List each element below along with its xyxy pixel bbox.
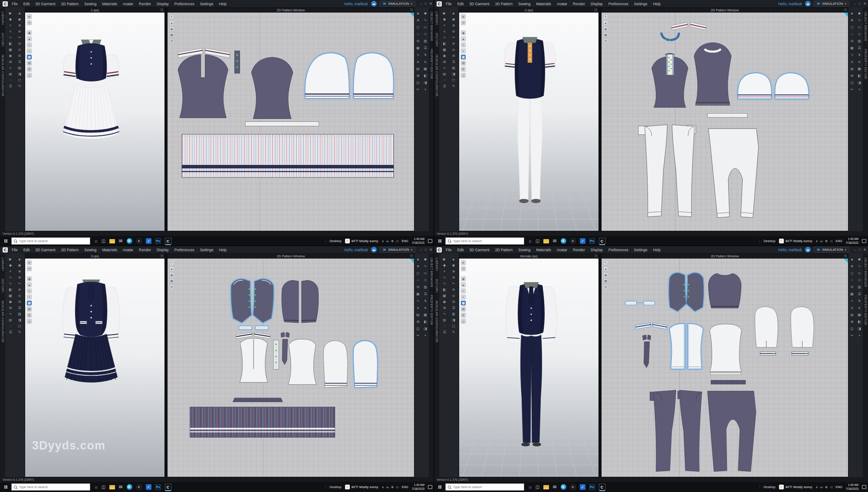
fit-map-icon[interactable]: ▤ <box>442 72 447 76</box>
weather-widget[interactable]: ☀ 84°F Mostly sunny <box>345 239 378 243</box>
zoom-view-icon[interactable]: ⊕ <box>461 14 466 19</box>
desktop-toolbar-label[interactable]: Desktop <box>326 239 342 243</box>
panel-tab-history[interactable]: HISTORY <box>1 33 4 47</box>
menu-item-sewing[interactable]: Sewing <box>518 248 530 252</box>
3d-viewport[interactable]: ⊕⟲◉▲∿⌖▦▤⊞◎ <box>459 259 599 477</box>
fold-arrangement-icon[interactable]: ◧ <box>442 287 447 292</box>
chevron-down-icon[interactable]: ▾ <box>845 248 846 252</box>
select-mesh-icon[interactable]: ◆ <box>442 17 447 22</box>
zoom-view-icon[interactable]: ⊕ <box>27 14 32 19</box>
polygon-icon[interactable]: ◻ <box>416 271 421 276</box>
menu-item-render[interactable]: Render <box>139 248 151 252</box>
annotation-2d-icon[interactable]: A <box>850 59 855 64</box>
grainline-icon[interactable]: ↯ <box>857 52 862 57</box>
blue-slash-app-icon[interactable]: ∕∕ <box>146 484 151 490</box>
battery-icon[interactable]: ▭ <box>386 239 389 243</box>
taskbar-search[interactable] <box>11 483 90 491</box>
edit-curvature-icon[interactable]: ▲ <box>603 20 608 25</box>
edit-pattern-2d-icon[interactable]: ◆ <box>857 11 862 16</box>
volume-icon[interactable]: ◁ <box>830 239 832 243</box>
pattern-label-icon[interactable]: A <box>857 59 862 64</box>
desktop-toolbar-label[interactable]: Desktop <box>760 239 776 243</box>
photoshop-icon[interactable]: Ps <box>155 238 161 244</box>
maximize-button[interactable]: □ <box>424 2 427 6</box>
edit-pattern-icon[interactable]: ✎ <box>169 260 174 265</box>
cloud-sync-icon[interactable]: ☁ <box>371 1 377 7</box>
menu-item-display[interactable]: Display <box>591 248 603 252</box>
menu-item-sewing[interactable]: Sewing <box>518 2 530 6</box>
menu-item-sewing[interactable]: Sewing <box>84 2 96 6</box>
minimize-button[interactable]: – <box>420 2 422 6</box>
mail-icon[interactable]: ✉ <box>119 485 122 489</box>
menu-item-materials[interactable]: Materials <box>536 248 551 252</box>
menu-item-preferences[interactable]: Preferences <box>174 248 194 252</box>
buttonhole-icon[interactable]: ⊟ <box>17 53 22 58</box>
network-icon[interactable]: ⊕ <box>825 239 828 243</box>
xbox-icon[interactable]: ✕ <box>570 484 576 490</box>
zipper-icon[interactable]: ☰ <box>17 305 22 310</box>
tray-expand-caret-icon[interactable]: ∧ <box>381 485 384 489</box>
menu-item-materials[interactable]: Materials <box>536 2 551 6</box>
3d-window-titlebar[interactable]: 6render.zprj ◳ <box>459 253 599 259</box>
print-layout-icon[interactable]: ⊞ <box>850 73 855 78</box>
mesh-view-icon[interactable]: ▤ <box>27 61 32 66</box>
expand-window-icon[interactable]: ◳ <box>594 8 597 12</box>
show-avatar-icon[interactable]: ◉ <box>27 276 32 281</box>
wind-icon[interactable]: ≋ <box>451 41 456 46</box>
select-mesh-icon[interactable]: ◆ <box>8 263 13 268</box>
weather-widget[interactable]: ☀ 84°F Mostly sunny <box>345 485 378 489</box>
walk-pattern-icon[interactable]: ✂ <box>850 87 855 92</box>
trace-icon[interactable]: ▦ <box>169 33 174 37</box>
3d-viewport[interactable]: ⊕⟲◉▲∿⌖▦▤⊞◎ <box>25 13 165 231</box>
tack-on-avatar-icon[interactable]: ⊕ <box>17 269 22 274</box>
add-point-2d-icon[interactable]: ⊕ <box>416 264 421 269</box>
morph-target-icon[interactable]: ◎ <box>17 293 22 298</box>
grading-icon[interactable]: ▤ <box>850 66 855 71</box>
add-point-2d-icon[interactable]: ⊕ <box>850 18 855 23</box>
rectangle-icon[interactable]: ▭ <box>857 271 862 276</box>
topstitch-icon[interactable]: ∿ <box>442 66 447 70</box>
3d-viewport[interactable]: ⊕⟲◉▲∿⌖▦▤⊞◎ <box>459 13 599 231</box>
zipper-icon[interactable]: ☰ <box>451 59 456 64</box>
xbox-icon[interactable]: ✕ <box>136 484 142 490</box>
stress-map-icon[interactable]: ◨ <box>17 318 22 322</box>
internal-line-icon[interactable]: ☰ <box>857 292 862 296</box>
circle-icon[interactable]: ○ <box>850 278 855 282</box>
show-avatar-icon[interactable]: ◉ <box>27 30 32 35</box>
menu-item-file[interactable]: File <box>12 2 18 6</box>
pattern-pieces-render[interactable] <box>168 259 414 477</box>
morph-target-icon[interactable]: ◎ <box>17 47 22 52</box>
select-move-icon[interactable]: ▲ <box>451 11 456 16</box>
panel-tab-modular-configurator[interactable]: MODULAR CONFIGURATOR <box>435 55 438 96</box>
cloud-sync-icon[interactable]: ☁ <box>805 247 811 253</box>
stress-map-icon[interactable]: ◨ <box>451 72 456 76</box>
panel-tab-object-browser[interactable]: OBJECT BROWSER <box>430 258 433 287</box>
task-view-icon[interactable]: ◫ <box>536 239 539 243</box>
textured-surface-icon[interactable]: ▦ <box>461 301 466 305</box>
transform-avatar-icon[interactable]: ◉ <box>451 263 456 268</box>
solidify-icon[interactable]: ▦ <box>8 47 13 52</box>
start-button[interactable] <box>0 482 11 492</box>
panel-tab-library[interactable]: LIBRARY <box>1 258 4 271</box>
edge-browser-icon[interactable]: e <box>561 238 566 244</box>
annotation-3d-icon[interactable]: ✎ <box>17 84 22 89</box>
menu-item-3d-garment[interactable]: 3D Garment <box>469 248 489 252</box>
simulation-button[interactable]: ≫ SIMULATION ▾ <box>380 247 415 253</box>
add-point-icon[interactable]: ◉ <box>169 272 174 277</box>
edge-browser-icon[interactable]: e <box>127 484 132 490</box>
menu-item-render[interactable]: Render <box>573 2 585 6</box>
annotation-2d-icon[interactable]: A <box>416 59 421 64</box>
2d-pattern-canvas[interactable]: ✎▲◉▦☰ <box>167 259 414 477</box>
clo3d-active-app-icon[interactable]: C <box>165 484 171 490</box>
render-style-icon[interactable]: ◎ <box>27 73 32 78</box>
flatten-icon[interactable]: ◻ <box>451 324 456 328</box>
task-view-icon[interactable]: ◫ <box>536 485 539 489</box>
mail-icon[interactable]: ✉ <box>553 485 556 489</box>
menu-item-preferences[interactable]: Preferences <box>608 248 628 252</box>
network-icon[interactable]: ⊕ <box>391 239 394 243</box>
menu-item-2d-pattern[interactable]: 2D Pattern <box>495 248 513 252</box>
measure-tape-icon[interactable]: ☰ <box>442 84 447 89</box>
pattern-pieces-render[interactable] <box>602 259 848 477</box>
action-center-icon[interactable] <box>862 485 866 489</box>
measure-tape-icon[interactable]: ☰ <box>8 330 13 335</box>
